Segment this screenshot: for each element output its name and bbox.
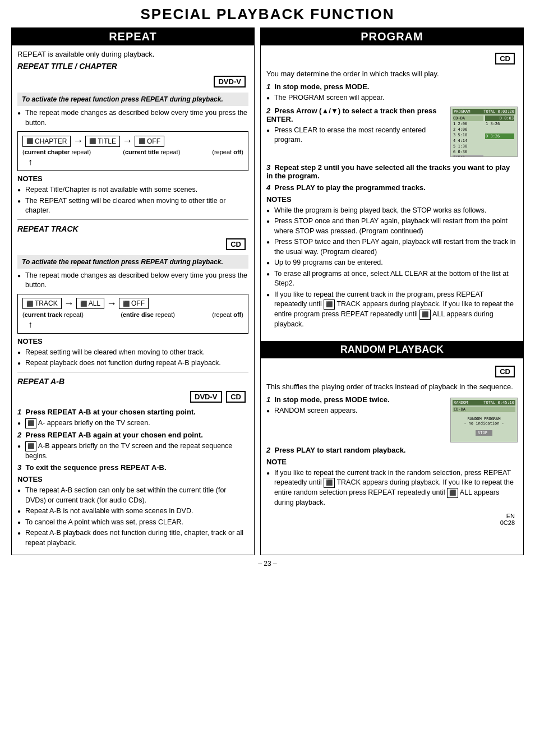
ab-note-3: To cancel the A point which was set, pre… — [17, 518, 248, 528]
repeat-ab-header: REPEAT A-B — [17, 377, 248, 386]
notes-header-1: NOTES — [17, 174, 248, 183]
program-notes-header: NOTES — [266, 195, 518, 204]
random-screen: RANDOMTOTAL 0:45:10 CD-DA RANDOM PROGRAM… — [450, 398, 518, 442]
repeat-icon-a: ⬛ — [25, 418, 36, 428]
random-intro: This shuffles the playing order of track… — [266, 382, 518, 391]
prog-note-4: Up to 99 programs can be entered. — [266, 258, 518, 268]
cd-badge-track: CD — [226, 238, 246, 250]
program-step-4: 4 Press PLAY to play the programmed trac… — [266, 183, 518, 192]
ab-note-2: Repeat A-B is not available with some sc… — [17, 506, 248, 517]
program-section: PROGRAM CD You may determine the order i… — [261, 28, 523, 336]
repeat-title-bullet1: The repeat mode changes as described bel… — [17, 108, 248, 128]
program-notes: While the program is being played back, … — [266, 206, 518, 330]
off-sub-2: (repeat off) — [212, 311, 243, 318]
page-number: – 23 – — [11, 560, 524, 568]
repeat-track-notes: Repeat setting will be cleared when movi… — [17, 348, 248, 368]
random-note-header: NOTE — [266, 458, 518, 466]
cd-badge-program: CD — [495, 53, 515, 64]
chapter-label: CHAPTER — [35, 137, 67, 145]
off-sub-1: (repeat off) — [212, 149, 243, 155]
code-label: 0C28 — [500, 519, 515, 526]
right-column: PROGRAM CD You may determine the order i… — [260, 27, 524, 555]
title-sub: (current title repeat) — [123, 149, 180, 155]
title-label: TITLE — [98, 137, 116, 145]
repeat-icon-ab: ⬛ — [25, 441, 36, 451]
note-2-1: Repeat setting will be cleared when movi… — [17, 348, 248, 358]
repeat-title-indent-note: To activate the repeat function press RE… — [17, 93, 248, 106]
program-intro: You may determine the order in which tra… — [266, 70, 518, 78]
prog-note-5: To erase all programs at once, select AL… — [266, 269, 518, 289]
prog-note-2: Press STOP once and then PLAY again, pla… — [266, 216, 518, 236]
diagram-label-all: ⬛ ALL — [76, 298, 104, 309]
ab-step2-text: 2 Press REPEAT A-B again at your chosen … — [17, 431, 248, 439]
program-step-2: PROGRAMTOTAL 0:03:20 CD-DA 1 2:06 2 4:06… — [266, 107, 518, 160]
program-step3-text: 3 Repeat step 2 until you have selected … — [266, 163, 518, 180]
diagram-label-chapter: ⬛ CHAPTER — [22, 136, 71, 147]
repeat-track-section: REPEAT TRACK CD To activate the repeat f… — [17, 224, 248, 368]
repeat-section: REPEAT REPEAT is available only during p… — [11, 27, 255, 555]
repeat-title-chapter: REPEAT TITLE / CHAPTER DVD-V To activate… — [17, 62, 248, 216]
repeat-icon-random-all: ⬛ — [447, 488, 458, 498]
random-step2-text: 2 Press PLAY to start random playback. — [266, 446, 518, 454]
random-playback-section: RANDOM PLAYBACK CD This shuffles the pla… — [261, 341, 523, 533]
program-step-3: 3 Repeat step 2 until you have selected … — [266, 163, 518, 180]
ab-step3-text: 3 To exit the sequence press REPEAT A-B. — [17, 463, 248, 472]
ab-note-4: Repeat A-B playback does not function du… — [17, 528, 248, 548]
off-label-2: OFF — [131, 299, 145, 307]
note-1-2: The REPEAT setting will be cleared when … — [17, 196, 248, 216]
chapter-sub: (current chapter repeat) — [22, 149, 91, 155]
notes-header-2: NOTES — [17, 337, 248, 345]
en-label: EN — [506, 513, 515, 519]
ab-step-1: 1 Press REPEAT A-B at your chosen starti… — [17, 408, 248, 428]
ab-note-1: The repeat A-B section can only be set w… — [17, 486, 248, 505]
track-sub: (current track repeat) — [22, 311, 84, 318]
note-2-2: Repeat playback does not function during… — [17, 358, 248, 368]
program-step-1: 1 In stop mode, press MODE. The PROGRAM … — [266, 82, 518, 103]
diagram-label-off-2: ⬛ OFF — [119, 298, 149, 309]
ab-step1-text: 1 Press REPEAT A-B at your chosen starti… — [17, 408, 248, 416]
diagram-label-title: ⬛ TITLE — [85, 136, 120, 147]
off-label-1: OFF — [147, 137, 160, 145]
arrow-1: → — [73, 135, 83, 147]
random-playback-header: RANDOM PLAYBACK — [261, 341, 523, 358]
repeat-icon-track: ⬛ — [324, 299, 335, 310]
page-title: SPECIAL PLAYBACK FUNCTION — [11, 6, 524, 23]
ab-step-2: 2 Press REPEAT A-B again at your chosen … — [17, 431, 248, 462]
repeat-title-diagram: ⬛ CHAPTER → ⬛ TITLE → ⬛ OFF — [17, 131, 248, 171]
repeat-icon-random-track: ⬛ — [324, 478, 335, 488]
repeat-title-notes: Repeat Title/Chapter is not available wi… — [17, 185, 248, 216]
note-1-1: Repeat Title/Chapter is not available wi… — [17, 185, 248, 195]
arrow-3: → — [64, 298, 74, 310]
random-notes: If you like to repeat the current track … — [266, 468, 518, 508]
repeat-ab-notes: The repeat A-B section can only be set w… — [17, 486, 248, 548]
ab-step1-bullet: ⬛ A- appears briefly on the TV screen. — [17, 418, 248, 428]
program-header: PROGRAM — [261, 28, 523, 45]
dvdv-badge-1: DVD-V — [214, 76, 245, 87]
program-step2-bullet: Press CLEAR to erase the most recently e… — [266, 126, 518, 145]
dvdv-badge-2: DVD-V — [190, 391, 222, 403]
ab-step2-bullet: ⬛ A-B appears briefly on the TV screen a… — [17, 441, 248, 462]
notes-header-3: NOTES — [17, 475, 248, 483]
random-step1-bullet: RANDOM screen appears. — [266, 406, 518, 416]
repeat-track-bullet1: The repeat mode changes as described bel… — [17, 271, 248, 291]
appears-text: appears — [362, 478, 388, 486]
diagram-label-track: ⬛ TRACK — [22, 298, 62, 309]
repeat-header: REPEAT — [12, 28, 254, 45]
repeat-ab-section: REPEAT A-B DVD-V CD 1 Press REPEAT A-B a… — [17, 377, 248, 548]
arrow-2: → — [122, 135, 132, 147]
repeat-track-indent-note: To activate the repeat function press RE… — [17, 255, 248, 269]
prog-note-1: While the program is being played back, … — [266, 206, 518, 216]
program-step1-text: 1 In stop mode, press MODE. — [266, 82, 518, 91]
all-label: ALL — [89, 299, 100, 307]
repeat-icon-all: ⬛ — [419, 310, 431, 320]
program-step1-bullet: The PROGRAM screen will appear. — [266, 93, 518, 103]
repeat-track-diagram: ⬛ TRACK → ⬛ ALL → ⬛ OFF — [17, 294, 248, 334]
diagram-label-off-1: ⬛ OFF — [135, 136, 164, 147]
arrow-4: → — [107, 298, 117, 310]
random-note-1: If you like to repeat the current track … — [266, 468, 518, 508]
ab-step-3: 3 To exit the sequence press REPEAT A-B. — [17, 463, 248, 472]
bottom-right-info: EN 0C28 — [266, 510, 518, 528]
repeat-title-chapter-header: REPEAT TITLE / CHAPTER — [17, 62, 248, 71]
program-step4-text: 4 Press PLAY to play the programmed trac… — [266, 183, 518, 192]
repeat-track-header: REPEAT TRACK — [17, 224, 248, 233]
